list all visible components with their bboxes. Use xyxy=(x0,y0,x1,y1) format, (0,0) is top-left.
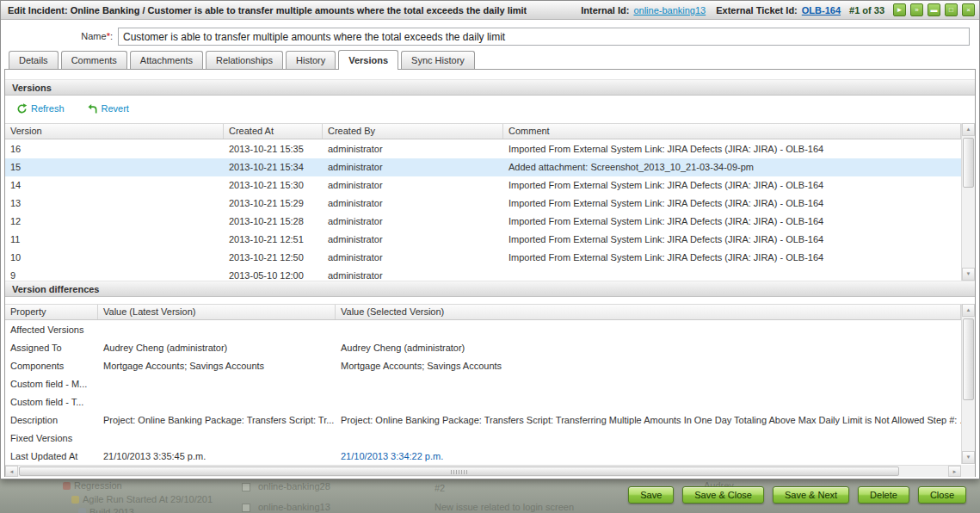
last-incident-button[interactable]: » xyxy=(910,3,923,16)
external-ticket-link[interactable]: OLB-164 xyxy=(802,5,841,15)
tab-relationships[interactable]: Relationships xyxy=(206,51,283,69)
created-at-cell: 2013-10-21 15:34 xyxy=(224,158,323,176)
comment-cell: Added attachment: Screenshot_2013_10_21-… xyxy=(503,158,961,176)
refresh-icon xyxy=(16,103,28,114)
version-cell: 9 xyxy=(5,267,224,281)
property-cell: Custom field - M... xyxy=(5,375,98,393)
version-cell: 10 xyxy=(5,249,224,267)
version-row[interactable]: 13 2013-10-21 15:29 administrator Import… xyxy=(5,195,961,213)
ghost-text: online-banking28 xyxy=(258,481,330,491)
tab-details[interactable]: Details xyxy=(9,51,59,69)
tab-comments[interactable]: Comments xyxy=(61,51,127,69)
latest-value-cell: 21/10/2013 3:35:45 p.m. xyxy=(98,448,336,464)
refresh-button[interactable]: Refresh xyxy=(16,103,65,114)
latest-value-cell: Audrey Cheng (administrator) xyxy=(98,339,336,357)
version-row[interactable]: 12 2013-10-21 15:28 administrator Import… xyxy=(5,213,961,231)
differences-scrollbar-thumb[interactable] xyxy=(963,318,974,400)
differences-vertical-scrollbar[interactable]: ▲ ▼ xyxy=(961,304,975,464)
save-button[interactable]: Save xyxy=(628,486,674,504)
record-pager: #1 of 33 xyxy=(849,5,884,15)
selected-value-cell xyxy=(336,430,961,448)
internal-id-link[interactable]: online-banking13 xyxy=(633,5,706,15)
footer-buttons: Save Save & Close Save & Next Delete Clo… xyxy=(628,486,966,504)
column-header-selected-value: Value (Selected Version) xyxy=(336,305,961,319)
comment-cell: Imported From External System Link: JIRA… xyxy=(503,213,961,231)
revert-label: Revert xyxy=(102,103,129,114)
maximize-button[interactable]: □ xyxy=(945,3,958,16)
comment-cell: Imported From External System Link: JIRA… xyxy=(503,140,961,158)
name-label: Name*: xyxy=(1,28,113,46)
column-header-comment: Comment xyxy=(503,124,961,139)
versions-vertical-scrollbar[interactable]: ▲ ▼ xyxy=(961,123,975,281)
versions-scrollbar-thumb[interactable] xyxy=(963,138,974,188)
version-differences-section-header: Version differences xyxy=(5,281,975,297)
dialog-titlebar: Edit Incident: Online Banking / Customer… xyxy=(1,1,979,20)
scroll-down-icon[interactable]: ▼ xyxy=(962,268,975,281)
name-input[interactable] xyxy=(118,28,970,46)
titlebar-meta: Internal Id: online-banking13 External T… xyxy=(581,3,975,16)
comment-cell: Imported From External System Link: JIRA… xyxy=(503,195,961,213)
next-incident-button[interactable]: ► xyxy=(893,3,906,16)
version-row[interactable]: 16 2013-10-21 15:35 administrator Import… xyxy=(5,140,961,158)
save-and-close-button[interactable]: Save & Close xyxy=(682,486,764,504)
background-page: RegressionAgile Run Started At 29/10/201… xyxy=(0,479,980,513)
edit-incident-dialog: Edit Incident: Online Banking / Customer… xyxy=(0,0,980,479)
column-header-version: Version xyxy=(5,124,224,139)
ghost-text: Build 2013 xyxy=(89,507,134,513)
difference-row: Description Project: Online Banking Pack… xyxy=(5,411,961,430)
version-row[interactable]: 10 2013-10-21 12:50 administrator Import… xyxy=(5,249,961,267)
property-cell: Components xyxy=(5,357,98,375)
latest-value-cell xyxy=(98,321,336,339)
selected-value-cell: 21/10/2013 3:34:22 p.m. xyxy=(336,448,961,464)
differences-horizontal-scrollbar[interactable]: ◄ ► xyxy=(5,465,961,477)
tab-attachments[interactable]: Attachments xyxy=(130,51,203,69)
difference-row: Custom field - M... xyxy=(5,375,961,393)
column-header-property: Property xyxy=(5,305,98,319)
comment-cell: Imported From External System Link: JIRA… xyxy=(503,176,961,195)
difference-row: Affected Versions xyxy=(5,321,961,339)
save-and-next-button[interactable]: Save & Next xyxy=(773,486,849,504)
scroll-left-icon[interactable]: ◄ xyxy=(5,466,18,477)
tab-label: Relationships xyxy=(216,55,273,65)
version-cell: 15 xyxy=(5,158,224,176)
revert-button[interactable]: Revert xyxy=(87,103,129,114)
version-row[interactable]: 15 2013-10-21 15:34 administrator Added … xyxy=(5,158,961,176)
created-by-cell: administrator xyxy=(323,231,503,249)
ghost-text: Agile Run Started At 29/10/201 xyxy=(83,494,213,504)
created-at-cell: 2013-10-21 15:29 xyxy=(224,195,323,213)
version-row[interactable]: 11 2013-10-21 12:51 administrator Import… xyxy=(5,231,961,249)
created-by-cell: administrator xyxy=(323,176,503,195)
scroll-up-icon[interactable]: ▲ xyxy=(962,123,975,136)
ghost-text: Regression xyxy=(74,480,122,491)
column-header-created-at: Created At xyxy=(224,124,323,139)
minimize-button[interactable]: ▬ xyxy=(928,3,940,16)
selected-value-cell xyxy=(336,321,961,339)
close-button[interactable]: Close xyxy=(918,486,966,504)
tab-history[interactable]: History xyxy=(286,51,336,69)
versions-table-body: 16 2013-10-21 15:35 administrator Import… xyxy=(5,140,961,281)
versions-toolbar: Refresh Revert xyxy=(5,97,975,120)
property-cell: Custom field - T... xyxy=(5,393,98,411)
version-cell: 14 xyxy=(5,176,224,195)
delete-button[interactable]: Delete xyxy=(858,486,909,504)
version-row[interactable]: 14 2013-10-21 15:30 administrator Import… xyxy=(5,176,961,195)
version-cell: 13 xyxy=(5,195,224,213)
tab-sync-history[interactable]: Sync History xyxy=(401,51,475,69)
tab-versions[interactable]: Versions xyxy=(338,50,398,70)
selected-value-cell xyxy=(336,375,961,393)
created-by-cell: administrator xyxy=(323,158,503,176)
version-row[interactable]: 9 2013-05-10 12:00 administrator xyxy=(5,267,961,281)
property-cell: Affected Versions xyxy=(5,321,98,339)
close-icon[interactable]: × xyxy=(962,3,975,16)
scroll-right-icon[interactable]: ► xyxy=(948,466,961,477)
scroll-up-icon[interactable]: ▲ xyxy=(962,304,975,317)
difference-row: Fixed Versions xyxy=(5,430,961,448)
column-header-created-by: Created By xyxy=(323,124,503,139)
version-cell: 12 xyxy=(5,213,224,231)
scroll-down-icon[interactable]: ▼ xyxy=(962,451,975,464)
label-colon: : xyxy=(110,31,113,41)
scrollbar-corner xyxy=(961,465,975,477)
created-at-cell: 2013-10-21 12:51 xyxy=(224,231,323,249)
horizontal-scrollbar-thumb[interactable] xyxy=(19,467,899,476)
created-at-cell: 2013-05-10 12:00 xyxy=(224,267,323,281)
